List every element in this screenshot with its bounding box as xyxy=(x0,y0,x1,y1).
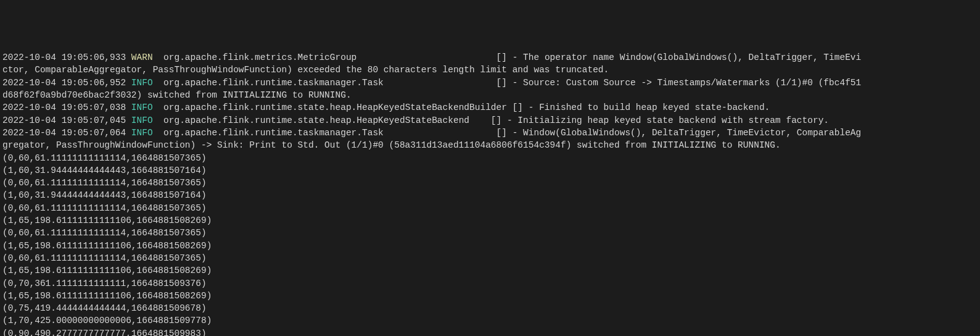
log-line: 2022-10-04 19:05:06,933 WARN org.apache.… xyxy=(2,51,978,64)
stdout-line: (0,60,61.11111111111114,1664881507365) xyxy=(2,177,978,189)
log-message: [] - The operator name Window(GlobalWind… xyxy=(496,52,862,62)
log-line: 2022-10-04 19:05:07,045 INFO org.apache.… xyxy=(2,114,978,127)
stdout-line: (0,90,490.2777777777777,1664881509983) xyxy=(2,327,978,336)
log-continuation-text: d68f62f0a9bd70e6bac2f3032) switched from… xyxy=(2,90,352,100)
stdout-line: (1,65,198.61111111111106,1664881508269) xyxy=(2,240,978,252)
stdout-line: (1,65,198.61111111111106,1664881508269) xyxy=(2,214,978,227)
log-logger: org.apache.flink.runtime.state.heap.Heap… xyxy=(163,103,507,112)
log-level: INFO xyxy=(131,78,153,88)
stdout-line: (0,75,419.4444444444444,1664881509678) xyxy=(2,302,978,314)
log-continuation: ctor, ComparableAggregator, PassThroughW… xyxy=(2,64,978,76)
terminal-output: 2022-10-04 19:05:06,933 WARN org.apache.… xyxy=(2,51,978,336)
log-logger: org.apache.flink.runtime.taskmanager.Tas… xyxy=(163,78,384,88)
stdout-line: (1,65,198.61111111111106,1664881508269) xyxy=(2,264,978,277)
log-message: [] - Initializing heap keyed state backe… xyxy=(491,116,829,125)
log-timestamp: 2022-10-04 19:05:07,038 xyxy=(2,103,131,112)
log-timestamp: 2022-10-04 19:05:07,045 xyxy=(2,116,131,125)
log-continuation-text: ctor, ComparableAggregator, PassThroughW… xyxy=(2,65,609,75)
log-continuation: d68f62f0a9bd70e6bac2f3032) switched from… xyxy=(2,89,978,101)
log-continuation: gregator, PassThroughWindowFunction) -> … xyxy=(2,139,978,151)
stdout-line: (0,60,61.11111111111114,1664881507365) xyxy=(2,202,978,214)
log-line: 2022-10-04 19:05:07,038 INFO org.apache.… xyxy=(2,101,978,114)
stdout-line: (1,70,425.00000000000006,1664881509778) xyxy=(2,314,978,327)
stdout-line: (0,60,61.11111111111114,1664881507365) xyxy=(2,152,978,164)
log-message: [] - Finished to build heap keyed state-… xyxy=(513,103,770,112)
stdout-line: (1,60,31.94444444444443,1664881507164) xyxy=(2,189,978,201)
log-logger: org.apache.flink.metrics.MetricGroup xyxy=(163,52,356,62)
log-continuation-text: gregator, PassThroughWindowFunction) -> … xyxy=(2,140,781,150)
log-timestamp: 2022-10-04 19:05:06,933 xyxy=(2,52,131,62)
stdout-line: (1,65,198.61111111111106,1664881508269) xyxy=(2,290,978,302)
stdout-line: (0,60,61.11111111111114,1664881507365) xyxy=(2,227,978,239)
log-message: [] - Source: Custom Source -> Timestamps… xyxy=(496,78,862,88)
log-line: 2022-10-04 19:05:06,952 INFO org.apache.… xyxy=(2,77,978,89)
log-level: WARN xyxy=(131,52,153,62)
log-timestamp: 2022-10-04 19:05:07,064 xyxy=(2,128,131,138)
log-level: INFO xyxy=(131,128,153,138)
stdout-line: (1,60,31.94444444444443,1664881507164) xyxy=(2,164,978,177)
stdout-line: (0,70,361.1111111111111,1664881509376) xyxy=(2,277,978,290)
log-logger: org.apache.flink.runtime.state.heap.Heap… xyxy=(163,116,469,125)
log-level: INFO xyxy=(131,116,153,125)
stdout-line: (0,60,61.11111111111114,1664881507365) xyxy=(2,252,978,264)
log-timestamp: 2022-10-04 19:05:06,952 xyxy=(2,78,131,88)
log-line: 2022-10-04 19:05:07,064 INFO org.apache.… xyxy=(2,127,978,139)
log-message: [] - Window(GlobalWindows(), DeltaTrigge… xyxy=(496,128,862,138)
log-logger: org.apache.flink.runtime.taskmanager.Tas… xyxy=(163,128,384,138)
log-level: INFO xyxy=(131,103,153,112)
